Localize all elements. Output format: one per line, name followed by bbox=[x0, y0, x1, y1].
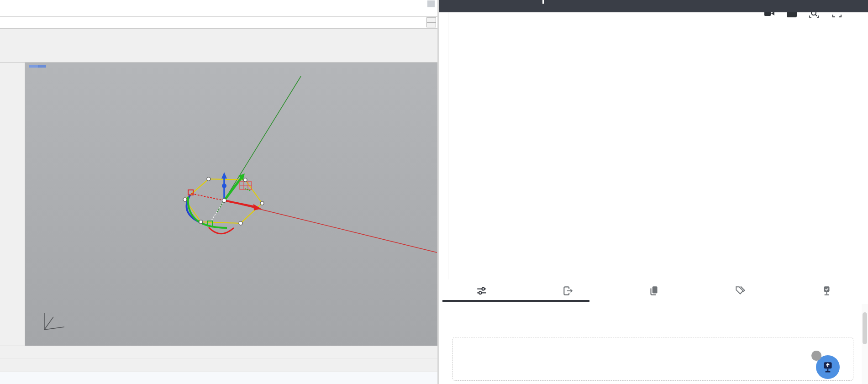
viewer-header bbox=[439, 0, 868, 12]
export-tab[interactable] bbox=[525, 279, 611, 302]
deliver-tab[interactable] bbox=[783, 279, 868, 302]
selection-count-badge bbox=[811, 351, 821, 361]
chevron-down-icon[interactable] bbox=[427, 7, 435, 15]
layers-tab[interactable] bbox=[611, 279, 697, 302]
spinner-up-icon[interactable] bbox=[426, 17, 436, 22]
scrollbar-thumb[interactable] bbox=[427, 0, 435, 7]
tags-tab[interactable] bbox=[697, 279, 784, 302]
rhino-window bbox=[0, 0, 437, 384]
screen bbox=[0, 0, 868, 384]
rhino-main bbox=[0, 63, 437, 346]
command-label bbox=[0, 17, 437, 18]
cplane-axis-indicator bbox=[37, 306, 72, 334]
viewport-title[interactable] bbox=[29, 65, 46, 68]
history-line bbox=[0, 0, 437, 1]
parameter-card bbox=[452, 337, 853, 381]
osnap-bar bbox=[0, 358, 437, 372]
viewport-tabs bbox=[0, 346, 437, 358]
parameters-scrollbar[interactable] bbox=[862, 304, 868, 384]
viewer-tabs bbox=[439, 279, 868, 303]
history-scrollbar[interactable] bbox=[426, 0, 436, 16]
status-bar bbox=[0, 372, 437, 384]
logo-remnant bbox=[542, 0, 544, 4]
extrude-widget bbox=[240, 182, 252, 189]
spinner-down-icon[interactable] bbox=[426, 22, 436, 27]
scene-render bbox=[448, 12, 860, 279]
viewer-panel bbox=[437, 0, 868, 384]
upload-icon bbox=[821, 361, 834, 373]
rhino-toolbar bbox=[0, 44, 437, 63]
command-prompt[interactable] bbox=[0, 17, 437, 29]
viewport-title-label[interactable] bbox=[29, 65, 38, 68]
gumball[interactable] bbox=[25, 63, 437, 346]
viewer-3d-canvas[interactable] bbox=[448, 12, 860, 279]
rhino-sidebar-toolbar bbox=[0, 63, 25, 346]
chevron-down-icon[interactable] bbox=[38, 65, 46, 68]
scrollbar-thumb[interactable] bbox=[863, 312, 867, 344]
scroll-up-icon[interactable] bbox=[862, 304, 868, 305]
perspective-viewport[interactable] bbox=[25, 63, 437, 346]
command-history[interactable] bbox=[0, 0, 437, 17]
parameters-tab[interactable] bbox=[439, 279, 525, 302]
rhino-menu-tabs bbox=[0, 29, 437, 44]
parameters-section bbox=[439, 302, 868, 384]
